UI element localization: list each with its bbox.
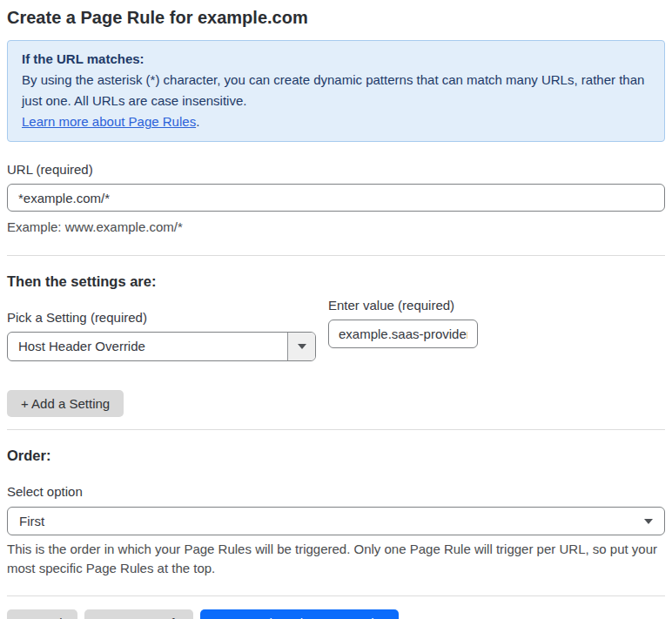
cancel-button[interactable]: Cancel: [7, 609, 77, 619]
order-helper-text: This is the order in which your Page Rul…: [7, 540, 665, 578]
save-as-draft-button[interactable]: Save as Draft: [84, 609, 193, 619]
url-field-label: URL (required): [7, 162, 665, 177]
url-match-info-box: If the URL matches: By using the asteris…: [7, 40, 665, 142]
order-select-label: Select option: [7, 484, 665, 499]
setting-row: Pick a Setting (required) Host Header Ov…: [7, 290, 665, 361]
info-box-link-line: Learn more about Page Rules.: [22, 111, 650, 132]
setting-dropdown[interactable]: Host Header Override: [7, 332, 316, 361]
add-setting-button[interactable]: + Add a Setting: [7, 390, 124, 417]
divider: [7, 595, 665, 596]
setting-dropdown-value: Host Header Override: [8, 333, 287, 360]
chevron-down-icon: [298, 344, 306, 349]
setting-value-input[interactable]: [328, 320, 478, 348]
form-actions: Cancel Save as Draft Save and Deploy Pag…: [7, 609, 665, 619]
pick-setting-label: Pick a Setting (required): [7, 310, 316, 325]
save-and-deploy-button[interactable]: Save and Deploy Page Rule: [200, 609, 399, 619]
info-box-body: By using the asterisk (*) character, you…: [22, 70, 650, 111]
order-select-value: First: [19, 514, 44, 528]
chevron-down-icon: [644, 519, 653, 524]
page-title: Create a Page Rule for example.com: [7, 7, 665, 28]
setting-dropdown-arrow-button[interactable]: [287, 333, 315, 360]
info-box-heading: If the URL matches:: [22, 49, 650, 70]
settings-section-heading: Then the settings are:: [7, 273, 665, 290]
divider: [7, 429, 665, 430]
page-rule-form: Create a Page Rule for example.com If th…: [0, 7, 672, 619]
learn-more-link[interactable]: Learn more about Page Rules: [22, 114, 196, 129]
enter-value-column: Enter value (required): [328, 290, 478, 361]
order-select[interactable]: First: [7, 507, 665, 535]
enter-value-label: Enter value (required): [328, 298, 478, 313]
divider: [7, 255, 665, 256]
link-suffix: .: [196, 114, 199, 129]
url-field-helper: Example: www.example.com/*: [7, 218, 665, 236]
order-section-heading: Order:: [7, 447, 665, 464]
pick-setting-column: Pick a Setting (required) Host Header Ov…: [7, 290, 316, 361]
url-input[interactable]: [7, 184, 665, 212]
